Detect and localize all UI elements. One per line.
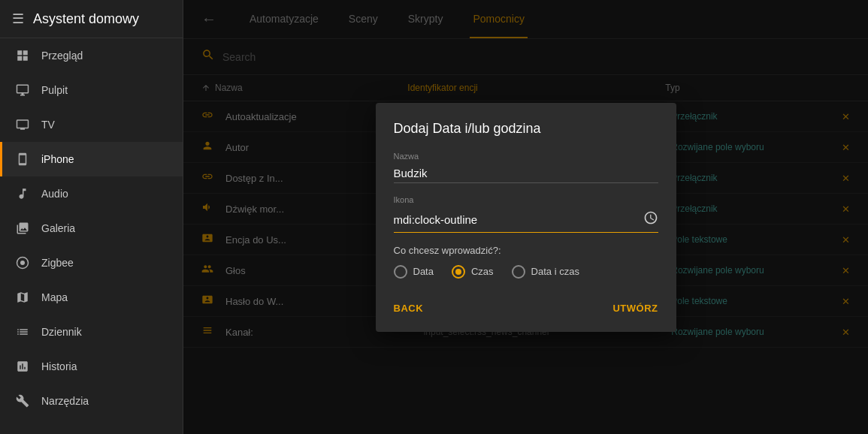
modal-overlay: Dodaj Data i/lub godzina Nazwa Ikona Co … bbox=[183, 0, 868, 434]
sidebar-item-label: Galeria bbox=[41, 222, 75, 234]
tv-icon bbox=[14, 116, 31, 133]
sidebar-item-label: iPhone bbox=[41, 153, 74, 165]
icon-field: Ikona bbox=[394, 195, 658, 233]
clock-icon bbox=[643, 210, 658, 229]
sidebar-item-historia[interactable]: Historia bbox=[0, 349, 183, 384]
name-field: Nazwa bbox=[394, 152, 658, 183]
sidebar-item-audio[interactable]: Audio bbox=[0, 176, 183, 211]
radio-label-data: Data bbox=[413, 266, 434, 277]
journal-icon bbox=[14, 324, 31, 340]
radio-circle-czas bbox=[452, 265, 465, 279]
main-content: ← Automatyzacje Sceny Skrypty Pomocnicy … bbox=[183, 0, 868, 434]
tools-icon bbox=[14, 393, 31, 409]
radio-option-data[interactable]: Data bbox=[394, 265, 434, 279]
sidebar-item-narzedzia[interactable]: Narzędzia bbox=[0, 384, 183, 418]
audio-icon bbox=[14, 185, 31, 202]
radio-group-label: Co chcesz wprowadzić?: bbox=[394, 245, 658, 256]
sidebar-title: Asystent domowy bbox=[33, 11, 139, 27]
sidebar-item-label: Mapa bbox=[41, 291, 68, 303]
history-icon bbox=[14, 358, 31, 375]
radio-group: Data Czas Data i czas bbox=[394, 265, 658, 279]
sidebar-item-label: Historia bbox=[41, 360, 77, 372]
map-icon bbox=[14, 289, 31, 306]
sidebar-item-dziennik[interactable]: Dziennik bbox=[0, 315, 183, 349]
menu-icon[interactable]: ☰ bbox=[12, 11, 24, 27]
radio-label-czas: Czas bbox=[471, 266, 494, 277]
radio-circle-data-czas bbox=[512, 265, 525, 279]
sidebar-item-tv[interactable]: TV bbox=[0, 107, 183, 142]
name-input[interactable] bbox=[394, 164, 658, 183]
sidebar-item-pulpit[interactable]: Pulpit bbox=[0, 73, 183, 107]
modal-footer: BACK UTWÓRZ bbox=[394, 297, 658, 314]
zigbee-icon bbox=[14, 255, 31, 271]
sidebar-item-label: Narzędzia bbox=[41, 395, 89, 407]
sidebar-item-przeglad[interactable]: Przegląd bbox=[0, 38, 183, 73]
icon-label: Ikona bbox=[394, 195, 658, 204]
radio-circle-data bbox=[394, 265, 407, 279]
radio-label-data-czas: Data i czas bbox=[531, 266, 579, 277]
name-label: Nazwa bbox=[394, 152, 658, 161]
icon-input[interactable] bbox=[394, 213, 643, 226]
grid-icon bbox=[14, 47, 31, 64]
sidebar-item-label: Zigbee bbox=[41, 257, 74, 269]
radio-option-data-czas[interactable]: Data i czas bbox=[512, 265, 579, 279]
modal-dialog: Dodaj Data i/lub godzina Nazwa Ikona Co … bbox=[376, 103, 676, 332]
sidebar-header: ☰ Asystent domowy bbox=[0, 0, 183, 38]
sidebar-item-zigbee[interactable]: Zigbee bbox=[0, 246, 183, 280]
sidebar-item-label: Przegląd bbox=[41, 50, 83, 62]
back-button[interactable]: BACK bbox=[394, 303, 424, 314]
create-button[interactable]: UTWÓRZ bbox=[612, 303, 658, 314]
sidebar-item-iphone[interactable]: iPhone bbox=[0, 142, 183, 176]
svg-point-1 bbox=[20, 261, 25, 265]
sidebar-item-label: Audio bbox=[41, 188, 68, 200]
desktop-icon bbox=[14, 82, 31, 98]
sidebar: ☰ Asystent domowy Przegląd Pulpit TV iP bbox=[0, 0, 183, 434]
sidebar-nav: Przegląd Pulpit TV iPhone Audio bbox=[0, 38, 183, 434]
radio-option-czas[interactable]: Czas bbox=[452, 265, 494, 279]
modal-title: Dodaj Data i/lub godzina bbox=[394, 121, 658, 137]
sidebar-item-label: Dziennik bbox=[41, 326, 82, 338]
sidebar-item-mapa[interactable]: Mapa bbox=[0, 280, 183, 315]
input-type-field: Co chcesz wprowadzić?: Data Czas Data i … bbox=[394, 245, 658, 279]
icon-input-wrapper bbox=[394, 207, 658, 233]
gallery-icon bbox=[14, 220, 31, 237]
sidebar-item-label: Pulpit bbox=[41, 84, 68, 96]
phone-icon bbox=[14, 151, 31, 167]
sidebar-item-galeria[interactable]: Galeria bbox=[0, 211, 183, 246]
sidebar-item-label: TV bbox=[41, 119, 55, 131]
